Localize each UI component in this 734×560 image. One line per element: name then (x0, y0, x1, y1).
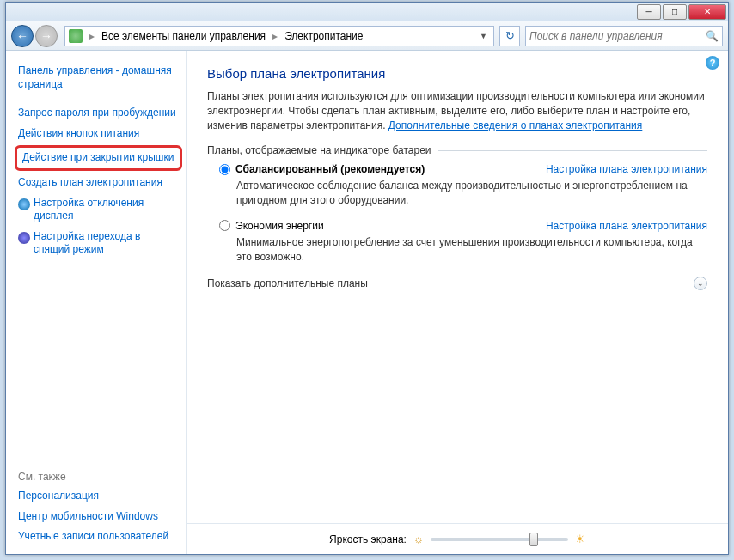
sidebar-link-wake-password[interactable]: Запрос пароля при пробуждении (18, 103, 179, 124)
titlebar: ─ □ ✕ (6, 3, 728, 21)
moon-icon (18, 232, 30, 244)
navbar: ← → ▸ Все элементы панели управления ▸ Э… (6, 21, 728, 51)
power-icon (69, 29, 83, 43)
plan-balanced: Сбалансированный (рекомендуется) Настрой… (219, 163, 707, 208)
sidebar-link-create-plan[interactable]: Создать план электропитания (18, 173, 179, 193)
sidebar-link-user-accounts[interactable]: Учетные записи пользователей (18, 527, 179, 547)
sidebar-link-display-off[interactable]: Настройка отключения дисплея (18, 193, 179, 227)
sidebar-link-mobility-center[interactable]: Центр мобильности Windows (18, 507, 179, 527)
control-panel-window: ─ □ ✕ ← → ▸ Все элементы панели управлен… (5, 2, 729, 555)
search-box[interactable]: 🔍 (525, 26, 723, 46)
brightness-bar: Яркость экрана: ☼ ☀ (187, 523, 728, 545)
see-also-heading: См. также (18, 471, 179, 483)
brightness-label: Яркость экрана: (329, 533, 407, 545)
sidebar-link-lid-close[interactable]: Действие при закрытии крышки (15, 145, 182, 171)
sidebar: Панель управления - домашняя страница За… (6, 51, 187, 554)
search-icon[interactable]: 🔍 (706, 30, 719, 42)
breadcrumb-seg-power[interactable]: Электропитание (281, 30, 366, 42)
maximize-button[interactable]: □ (663, 4, 687, 20)
plan-balanced-desc: Автоматическое соблюдение баланса между … (236, 179, 707, 208)
plans-group-label: Планы, отображаемые на индикаторе батаре… (207, 144, 707, 156)
breadcrumb[interactable]: ▸ Все элементы панели управления ▸ Элект… (64, 26, 494, 46)
plan-balanced-radio[interactable] (219, 164, 230, 175)
content-area: ? Выбор плана электропитания Планы элект… (187, 51, 728, 554)
breadcrumb-sep: ▸ (86, 30, 98, 42)
sun-dim-icon: ☼ (413, 533, 424, 545)
forward-button[interactable]: → (35, 25, 58, 47)
chevron-down-icon: ⌄ (694, 277, 707, 290)
show-more-plans[interactable]: Показать дополнительные планы ⌄ (207, 277, 707, 290)
page-title: Выбор плана электропитания (207, 66, 707, 81)
brightness-thumb[interactable] (529, 533, 538, 546)
breadcrumb-seg-all[interactable]: Все элементы панели управления (98, 30, 269, 42)
breadcrumb-dropdown[interactable]: ▼ (476, 32, 490, 40)
breadcrumb-sep: ▸ (269, 30, 281, 42)
plan-powersave-name: Экономия энергии (235, 220, 324, 232)
sidebar-link-sleep[interactable]: Настройка перехода в спящий режим (18, 227, 179, 260)
display-icon (18, 198, 30, 210)
back-button[interactable]: ← (11, 25, 34, 47)
plan-balanced-name: Сбалансированный (рекомендуется) (235, 163, 425, 175)
sidebar-home[interactable]: Панель управления - домашняя страница (18, 61, 179, 94)
intro-more-link[interactable]: Дополнительные сведения о планах электро… (388, 119, 642, 131)
sidebar-link-power-buttons[interactable]: Действия кнопок питания (18, 124, 179, 144)
search-input[interactable] (529, 30, 706, 42)
refresh-button[interactable]: ↻ (499, 26, 520, 46)
plan-powersave-desc: Минимальное энергопотребление за счет ум… (236, 235, 707, 265)
brightness-slider[interactable] (431, 538, 568, 541)
close-button[interactable]: ✕ (688, 4, 726, 20)
intro-text: Планы электропитания используются для оп… (207, 89, 707, 132)
plan-powersave-radio[interactable] (219, 220, 230, 231)
plan-powersave-configure[interactable]: Настройка плана электропитания (546, 220, 707, 232)
plan-powersave: Экономия энергии Настройка плана электро… (219, 220, 707, 265)
minimize-button[interactable]: ─ (637, 4, 661, 20)
sidebar-link-personalization[interactable]: Персонализация (18, 486, 179, 507)
plan-balanced-configure[interactable]: Настройка плана электропитания (546, 163, 707, 175)
help-icon[interactable]: ? (706, 56, 719, 70)
sun-bright-icon: ☀ (575, 533, 585, 545)
